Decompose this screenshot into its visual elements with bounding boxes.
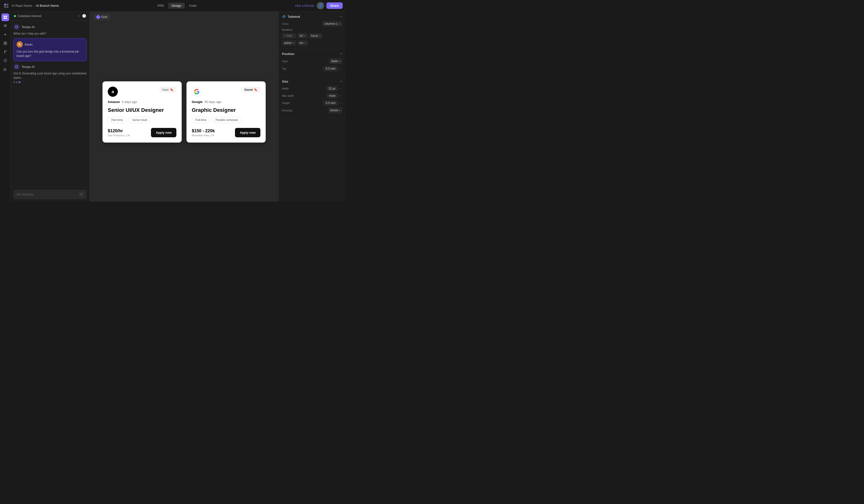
tailwind-collapse-button[interactable]: −: [339, 14, 342, 19]
user-avatar-chat: K: [16, 41, 23, 48]
top-value[interactable]: 0.5 rem: [323, 66, 338, 71]
time-ago-google: 30 days ago: [204, 100, 221, 104]
share-button[interactable]: Share: [326, 2, 343, 9]
dot-1: [13, 81, 15, 83]
company-name-amazon: Amazon: [108, 100, 120, 104]
top-more-button[interactable]: ⋯: [339, 67, 342, 71]
size-collapse-button[interactable]: −: [339, 79, 342, 84]
modifier-chip-2xl: 2xl ×: [297, 33, 308, 38]
save-button-amazon[interactable]: Save 🔖: [159, 87, 176, 93]
chat-messages: Tempo AI What can I help you with? K Kev…: [11, 21, 89, 187]
width-row: Width 32 px ⋯: [282, 86, 342, 91]
width-value[interactable]: 32 px: [326, 86, 338, 91]
type-select[interactable]: Static ▾: [329, 58, 342, 64]
location-amazon: San Francisco, CA: [108, 134, 130, 137]
tags-google: Full-time Flexible schedule: [192, 117, 261, 123]
codebase-status: Codebase indexed: [14, 14, 41, 18]
add-icon[interactable]: +: [78, 14, 80, 18]
hire-human-button[interactable]: Hire a Human: [295, 4, 314, 8]
diamond-icon: [96, 15, 100, 20]
tag-full-time: Full-time: [192, 117, 210, 123]
canvas: Grid a Save 🔖 Amazon 5 days ago Senior U…: [90, 12, 278, 202]
send-icon[interactable]: ↵: [79, 192, 84, 197]
chat-placeholder: Ask anything...: [16, 193, 35, 196]
modifiers-chips-row: + Add... 2xl × focus ×: [282, 33, 342, 38]
repo-name[interactable]: AI Repo Name: [12, 4, 32, 8]
sidebar-icon-sparkle[interactable]: ✦: [1, 31, 9, 38]
sidebar-icon-layers[interactable]: [1, 22, 9, 30]
modifier-remove-focus[interactable]: ×: [319, 34, 321, 37]
modifiers-label-row: Modifiers: [282, 28, 342, 31]
svg-point-12: [4, 50, 5, 51]
topbar-right: Hire a Human 👤 Share: [295, 2, 343, 9]
job-card-google: Saved 🔖 Google 30 days ago Graphic Desig…: [187, 81, 266, 142]
sidebar-icon-history[interactable]: [1, 57, 9, 64]
canvas-label-text: Grid: [101, 15, 107, 19]
job-title-amazon: Senior UI/UX Designer: [108, 107, 176, 113]
svg-rect-7: [5, 17, 7, 19]
chat-input-area: Ask anything... ↵: [11, 187, 89, 202]
dot-3: [19, 81, 20, 83]
tab-design[interactable]: Design: [168, 3, 184, 9]
position-collapse-button[interactable]: −: [339, 51, 342, 56]
modifier-remove-sm[interactable]: ×: [304, 41, 306, 45]
top-label: Top: [282, 67, 286, 70]
sidebar-icon-grid[interactable]: [1, 13, 9, 21]
ai-avatar-2: [13, 64, 20, 70]
svg-rect-8: [4, 42, 5, 43]
save-button-google[interactable]: Saved 🔖: [241, 87, 261, 93]
add-modifier-button[interactable]: + Add...: [282, 33, 296, 38]
modifier-remove-active[interactable]: ×: [292, 41, 294, 45]
chat-input-box[interactable]: Ask anything... ↵: [13, 190, 87, 199]
top-row: Top 0.5 rem ⋯: [282, 66, 342, 71]
status-dot: [14, 15, 16, 17]
type-label: Type: [282, 60, 288, 63]
height-more-button[interactable]: ⋯: [339, 101, 342, 105]
bookmark-saved-icon: 🔖: [254, 88, 257, 92]
width-more-button[interactable]: ⋯: [339, 87, 342, 91]
tab-code[interactable]: Code: [186, 3, 200, 9]
amazon-logo: a: [108, 87, 118, 97]
sidebar-icon-git[interactable]: [1, 48, 9, 56]
size-header: Size −: [282, 79, 342, 84]
height-value[interactable]: 0.5 rem: [323, 100, 338, 106]
resizing-label: Resizing: [282, 109, 292, 112]
tag-flexible: Flexible schedule: [212, 117, 241, 123]
position-section: Position − Type Static ▾ Top 0.5 rem: [279, 49, 346, 76]
apply-button-amazon[interactable]: Apply now: [151, 128, 176, 137]
sidebar-icon-puzzle[interactable]: [1, 65, 9, 73]
user-avatar[interactable]: 👤: [317, 2, 324, 9]
tailwind-header: Tailwind −: [282, 14, 342, 19]
resizing-row: Resizing Shrink ▾: [282, 108, 342, 113]
height-row: Height 0.5 rem ⋯: [282, 100, 342, 106]
svg-point-17: [16, 26, 17, 27]
svg-rect-6: [3, 17, 5, 19]
class-value[interactable]: columns-1 ×: [322, 21, 342, 26]
max-width-more-button[interactable]: ⋯: [339, 94, 342, 98]
save-label-amazon: Save: [162, 88, 169, 92]
class-label: Class: [282, 22, 289, 25]
sidebar-icon-component[interactable]: [1, 39, 9, 47]
resizing-select[interactable]: Shrink ▾: [328, 108, 342, 113]
width-label: Width: [282, 87, 289, 90]
branch-name[interactable]: AI Branch Name: [36, 4, 59, 8]
max-width-value[interactable]: none: [327, 93, 338, 98]
tab-prd[interactable]: PRD: [154, 3, 167, 9]
salary-google: $150 - 220k Mountain View, CA: [192, 128, 215, 137]
class-remove-button[interactable]: ×: [339, 22, 340, 25]
class-row: Class columns-1 ×: [282, 21, 342, 26]
user-message-text: Can you turn this grid design into a fun…: [16, 49, 84, 58]
svg-rect-3: [7, 6, 8, 8]
apply-button-google[interactable]: Apply now: [235, 128, 261, 137]
plus-icon: +: [284, 34, 286, 37]
card-header-amazon: a Save 🔖: [108, 87, 176, 97]
tailwind-icon: [282, 15, 286, 19]
svg-point-13: [5, 50, 7, 51]
modifier-remove-2xl[interactable]: ×: [304, 34, 306, 37]
tag-part-time: Part-time: [108, 117, 127, 123]
time-ago-amazon: 5 days ago: [122, 100, 137, 104]
history-icon[interactable]: 🕐: [82, 14, 86, 18]
height-label: Height: [282, 101, 290, 104]
type-chevron: ▾: [339, 60, 340, 63]
svg-rect-1: [7, 3, 8, 5]
